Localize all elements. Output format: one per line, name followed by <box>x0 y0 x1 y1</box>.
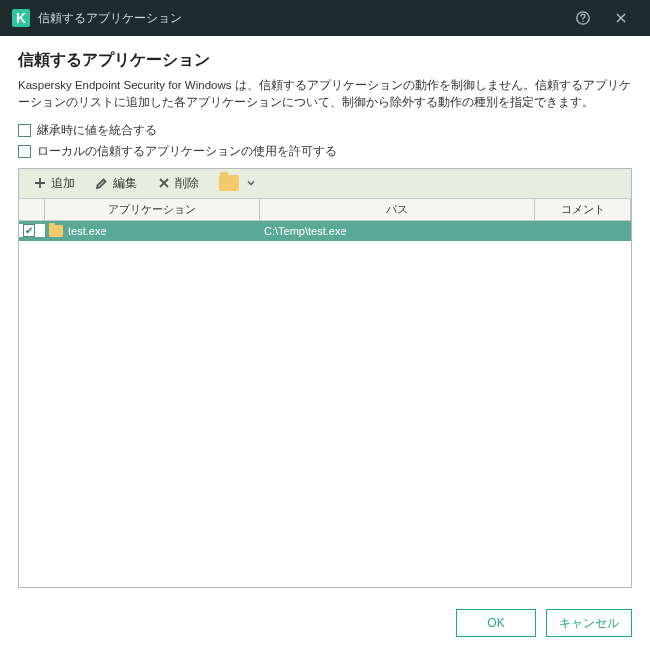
titlebar: K 信頼するアプリケーション <box>0 0 650 36</box>
row-app-name: test.exe <box>68 225 107 237</box>
page-description: Kaspersky Endpoint Security for Windows … <box>18 77 632 112</box>
allow-local-checkbox[interactable] <box>18 145 31 158</box>
add-button-label: 追加 <box>51 175 75 192</box>
svg-point-1 <box>582 21 583 22</box>
column-application[interactable]: アプリケーション <box>45 199 260 220</box>
pencil-icon <box>95 176 109 190</box>
delete-button-label: 削除 <box>175 175 199 192</box>
column-checkbox[interactable] <box>19 199 45 220</box>
window-title: 信頼するアプリケーション <box>38 10 566 27</box>
row-checkbox[interactable] <box>23 224 35 237</box>
cancel-button[interactable]: キャンセル <box>546 609 632 637</box>
add-button[interactable]: 追加 <box>25 172 83 195</box>
table-body: test.exe C:\Temp\test.exe <box>19 221 631 587</box>
column-path[interactable]: パス <box>260 199 535 220</box>
browse-button[interactable] <box>211 172 263 194</box>
folder-icon <box>49 225 63 237</box>
inherit-checkbox[interactable] <box>18 124 31 137</box>
close-button[interactable] <box>604 0 638 36</box>
column-comment[interactable]: コメント <box>535 199 631 220</box>
table-toolbar: 追加 編集 削除 <box>19 169 631 199</box>
dialog-footer: OK キャンセル <box>0 596 650 650</box>
row-path: C:\Temp\test.exe <box>264 225 347 237</box>
table-header: アプリケーション パス コメント <box>19 199 631 221</box>
folder-icon <box>219 175 239 191</box>
delete-button[interactable]: 削除 <box>149 172 207 195</box>
edit-button-label: 編集 <box>113 175 137 192</box>
applications-table: 追加 編集 削除 アプリケーション パス コメント <box>18 168 632 588</box>
allow-local-checkbox-label: ローカルの信頼するアプリケーションの使用を許可する <box>37 143 337 160</box>
app-logo-icon: K <box>12 9 30 27</box>
help-button[interactable] <box>566 0 600 36</box>
inherit-checkbox-label: 継承時に値を統合する <box>37 122 157 139</box>
plus-icon <box>33 176 47 190</box>
chevron-down-icon <box>247 176 255 190</box>
table-row[interactable]: test.exe C:\Temp\test.exe <box>19 221 631 241</box>
edit-button[interactable]: 編集 <box>87 172 145 195</box>
ok-button[interactable]: OK <box>456 609 536 637</box>
page-title: 信頼するアプリケーション <box>18 50 632 71</box>
x-icon <box>157 176 171 190</box>
